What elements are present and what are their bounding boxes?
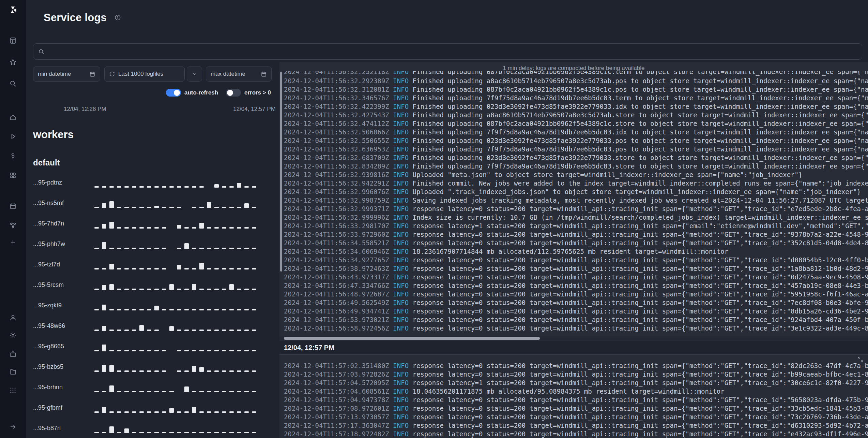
variables-dollar-icon[interactable]: [10, 152, 17, 160]
search-bar: [33, 43, 862, 60]
sparkline-bar: [237, 207, 241, 208]
sparkline-bar: [244, 268, 249, 269]
sparkline-bar: [169, 432, 174, 433]
workspace-briefcase-icon[interactable]: [10, 351, 17, 358]
sparkline-bar: [207, 432, 211, 433]
sparkline-bar: [192, 309, 196, 310]
sparkline-bar: [214, 227, 219, 229]
worker-row[interactable]: ...95-gfbmf: [33, 397, 276, 418]
range-start-label: 12/04, 12:28 PM: [64, 106, 106, 113]
worker-row[interactable]: ...95-g8665: [33, 336, 276, 356]
worker-row[interactable]: ...95-48w66: [33, 316, 276, 336]
horizontal-scrollbar[interactable]: [284, 337, 540, 340]
log-message: Index size is currently: 10.7 GB (in /tm…: [413, 214, 868, 221]
apps-grid-icon[interactable]: [10, 387, 17, 394]
log-level: INFO: [393, 145, 409, 153]
log-timestamp: 2024-12-04T11:56:32.999996Z: [284, 214, 389, 221]
sparkline-bar: [207, 268, 211, 269]
worker-row[interactable]: ...95-phh7w: [33, 234, 276, 254]
errors-toggle[interactable]: [226, 89, 241, 97]
logfiles-select[interactable]: Last 1000 logfiles: [104, 67, 185, 82]
sparkline-bar: [207, 350, 211, 351]
max-datetime-label: max datetime: [211, 71, 245, 77]
log-line: 2024-12-04T11:56:49.562549Z INFO respons…: [284, 298, 868, 307]
worker-name: ...95-pdtnz: [33, 179, 94, 186]
log-level: INFO: [393, 231, 409, 238]
play-icon[interactable]: [10, 133, 17, 140]
sparkline-bar: [222, 411, 226, 413]
windmill-logo[interactable]: [9, 5, 17, 14]
log-line: 2024-12-04T11:57:03.972826Z INFO respons…: [284, 370, 868, 379]
sparkline-bar: [154, 370, 159, 372]
sparkline-bar: [244, 227, 249, 229]
sparkline-bar: [222, 432, 226, 433]
worker-row[interactable]: ...95-ns5mf: [33, 193, 276, 213]
sparkline-bar: [229, 268, 234, 269]
folders-icon[interactable]: [10, 368, 17, 376]
user-icon[interactable]: [10, 314, 17, 321]
sparkline-bar: [162, 411, 166, 413]
sparkline-bar: [162, 391, 166, 392]
worker-row[interactable]: ...95-b87rl: [33, 418, 276, 438]
log-line: 2024-12-04T11:56:32.506066Z INFO Finishe…: [284, 128, 868, 136]
sparkline-bar: [184, 411, 189, 413]
schedules-calendar-icon[interactable]: [10, 203, 17, 210]
worker-row[interactable]: ...95-5rcsm: [33, 275, 276, 295]
runs-table-icon[interactable]: [10, 37, 17, 44]
sparkline-bar: [124, 411, 129, 413]
log-line: 2024-12-04T11:56:32.998759Z INFO Saving …: [284, 196, 868, 205]
delay-notice: 1 min delay: logs are compacted before b…: [279, 65, 868, 72]
log-timestamp: 2024-12-04T11:57:13.973057Z: [284, 413, 389, 421]
log-level: INFO: [393, 94, 409, 102]
sparkline-bar: [229, 330, 234, 331]
sparkline-bar: [162, 186, 166, 188]
sparkline-bar: [184, 268, 189, 269]
add-plus-icon[interactable]: [10, 239, 17, 246]
log-message: response latency=0 status=200 target=win…: [413, 239, 868, 247]
sparkline-bar: [252, 411, 256, 413]
sparkline-bar: [139, 248, 144, 249]
sparkline-bar: [199, 223, 204, 229]
sparkline-bar: [124, 330, 129, 331]
worker-row[interactable]: ...95-7hd7n: [33, 213, 276, 234]
search-icon[interactable]: [10, 80, 17, 87]
logfiles-dropdown-button[interactable]: [187, 67, 202, 82]
sparkline-bar: [207, 330, 211, 331]
vertical-scrollbar[interactable]: [280, 72, 282, 272]
sparkline-bar: [124, 428, 129, 433]
sparkline-bar: [94, 370, 99, 372]
search-input[interactable]: [48, 48, 857, 55]
worker-row[interactable]: ...95-zqkt9: [33, 295, 276, 316]
info-icon[interactable]: [115, 14, 121, 22]
worker-row[interactable]: ...95-brhnn: [33, 377, 276, 397]
min-datetime-input[interactable]: min datetime: [33, 67, 100, 82]
sparkline-bar: [154, 411, 159, 413]
sparkline-bar: [102, 186, 106, 188]
log-timestamp: 2024-12-04T11:56:32.683709Z: [284, 154, 389, 161]
resources-icon[interactable]: [10, 172, 17, 179]
flows-graph-icon[interactable]: [10, 222, 17, 229]
sparkline-bar: [214, 411, 219, 413]
worker-activity-sparkline: [94, 362, 276, 372]
sparkline-bar: [154, 330, 159, 331]
max-datetime-input[interactable]: max datetime: [206, 67, 272, 82]
home-icon[interactable]: [10, 114, 17, 121]
log-level: INFO: [393, 379, 409, 386]
worker-row[interactable]: ...95-pdtnz: [33, 172, 276, 193]
favorites-star-icon[interactable]: [10, 59, 17, 66]
auto-refresh-toggle[interactable]: [166, 89, 181, 97]
worker-row[interactable]: ...95-tzl7d: [33, 254, 276, 275]
sparkline-bar: [124, 350, 129, 351]
collapse-arrow-icon[interactable]: [10, 423, 17, 430]
worker-name: ...95-ns5mf: [33, 200, 94, 207]
sparkline-bar: [177, 432, 181, 433]
worker-row[interactable]: ...95-bzbs5: [33, 356, 276, 377]
log-message: response latency=0 status=200 target=win…: [413, 413, 868, 421]
sparkline-bar: [252, 350, 256, 351]
sparkline-bar: [184, 289, 189, 290]
sparkline-bar: [139, 227, 144, 229]
settings-gear-icon[interactable]: [10, 332, 17, 339]
log-level: INFO: [393, 362, 409, 369]
log-message: Finished uploading 087bf0c2aca04921bb096…: [413, 86, 868, 93]
sparkline-bar: [237, 248, 241, 249]
